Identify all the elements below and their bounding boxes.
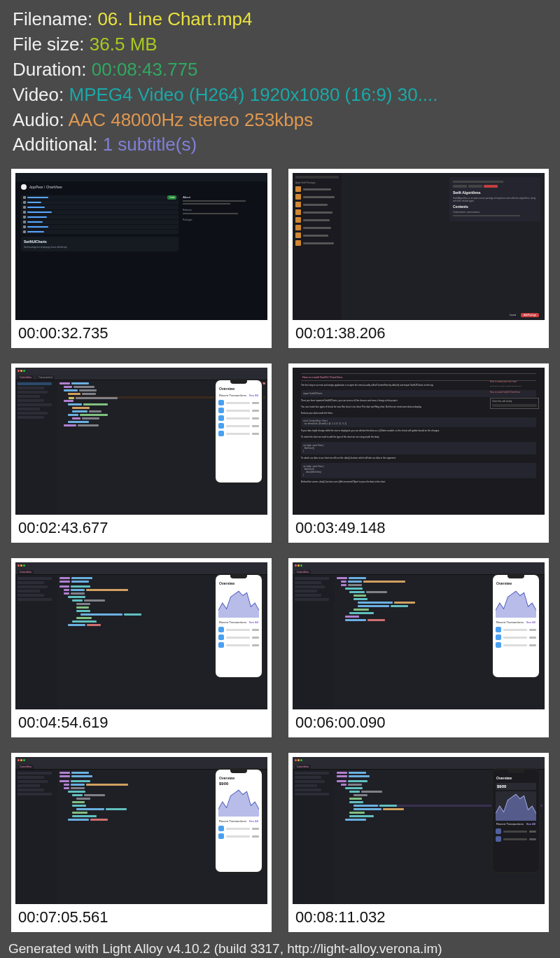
repo-name: AppPear / ChartView xyxy=(29,185,62,189)
xcode-ide: ContentViewTransactionList xyxy=(15,368,267,515)
timestamp: 00:03:49.148 xyxy=(293,515,545,539)
timestamp: 00:04:54.619 xyxy=(15,709,267,733)
thumbnail-image: ContentView xyxy=(15,757,267,904)
timestamp: 00:00:32.735 xyxy=(15,320,267,344)
filesize-label: File size: xyxy=(13,34,90,55)
thumbnail-6[interactable]: ContentView xyxy=(288,558,549,737)
thumbnail-7[interactable]: ContentView xyxy=(11,753,272,932)
duration-row: Duration: 00:08:43.775 xyxy=(13,57,547,83)
additional-row: Additional: 1 subtitle(s) xyxy=(13,132,547,158)
readme-title: SwiftUICharts xyxy=(24,240,176,244)
filename-row: Filename: 06. Line Chart.mp4 xyxy=(13,7,547,32)
thumbnail-grid: AppPear / ChartView Code SwiftUICharts xyxy=(0,163,560,938)
thumbnail-image: How to install SwiftUI ChartView The fir… xyxy=(293,368,545,515)
phone-amount-dark: $900 xyxy=(496,783,536,790)
additional-value: 1 subtitle(s) xyxy=(103,134,197,155)
thumbnail-3[interactable]: ContentViewTransactionList xyxy=(11,363,272,543)
timestamp: 00:06:00.090 xyxy=(293,709,545,733)
additional-label: Additional: xyxy=(13,134,103,155)
timestamp: 00:02:43.677 xyxy=(15,515,267,539)
thumbnail-2[interactable]: Apple Swift Packages xyxy=(288,169,549,348)
cancel-button: Cancel xyxy=(507,313,519,317)
thumbnail-5[interactable]: ContentView xyxy=(11,558,272,737)
add-package-button: Add Package xyxy=(521,313,539,317)
timestamp: 00:08:11.032 xyxy=(293,904,545,928)
thumbnail-image: ContentView xyxy=(15,562,267,709)
documentation-page: How to install SwiftUI ChartView The fir… xyxy=(293,368,545,515)
phone-preview: Overview Recent TransactionsSee All xyxy=(214,379,263,484)
audio-value: AAC 48000Hz stereo 253kbps xyxy=(69,109,314,130)
duration-value: 00:08:43.775 xyxy=(92,59,198,80)
filesize-value: 36.5 MB xyxy=(90,34,158,55)
footer-text: Generated with Light Alloy v4.10.2 (buil… xyxy=(8,941,442,957)
filesize-row: File size: 36.5 MB xyxy=(13,32,547,57)
file-info-panel: Filename: 06. Line Chart.mp4 File size: … xyxy=(0,0,560,163)
thumbnail-8[interactable]: ContentView xyxy=(288,753,549,932)
code-button: Code xyxy=(167,195,176,200)
package-manager: Apple Swift Packages xyxy=(293,173,545,320)
duration-label: Duration: xyxy=(13,59,92,80)
thumbnail-image: ContentView xyxy=(293,562,545,709)
github-icon xyxy=(21,184,27,190)
thumbnail-image: ContentViewTransactionList xyxy=(15,368,267,515)
thumbnail-image: AppPear / ChartView Code SwiftUICharts xyxy=(15,173,267,320)
filename-value: 06. Line Chart.mp4 xyxy=(97,8,252,29)
pkg-title: Swift Algorithms xyxy=(453,190,537,195)
video-value: MPEG4 Video (H264) 1920x1080 (16:9) 30..… xyxy=(69,84,438,105)
github-page: AppPear / ChartView Code SwiftUICharts xyxy=(15,173,267,320)
video-label: Video: xyxy=(13,84,69,105)
audio-label: Audio: xyxy=(13,109,69,130)
timestamp: 00:01:38.206 xyxy=(293,320,545,344)
timestamp: 00:07:05.561 xyxy=(15,904,267,928)
audio-row: Audio: AAC 48000Hz stereo 253kbps xyxy=(13,108,547,133)
video-row: Video: MPEG4 Video (H264) 1920x1080 (16:… xyxy=(13,83,547,108)
pkg-contents: Contents xyxy=(453,204,537,209)
thumbnail-image: ContentView xyxy=(293,757,545,904)
thumbnail-image: Apple Swift Packages xyxy=(293,173,545,320)
thumbnail-1[interactable]: AppPear / ChartView Code SwiftUICharts xyxy=(11,169,272,348)
thumbnail-4[interactable]: How to install SwiftUI ChartView The fir… xyxy=(288,363,549,543)
filename-label: Filename: xyxy=(13,8,97,29)
phone-amount: $900 xyxy=(216,782,262,786)
readme-sub: Swift package for displaying charts effo… xyxy=(24,246,176,249)
